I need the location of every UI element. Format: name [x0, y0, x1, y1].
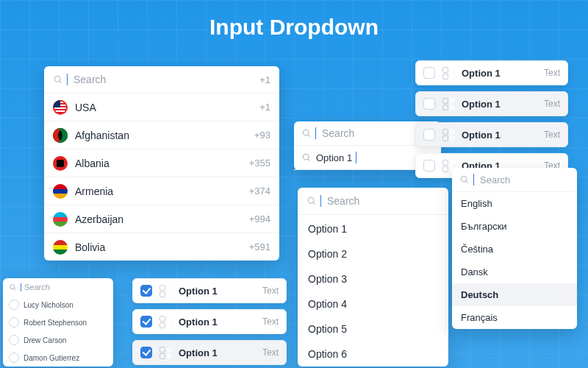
person-row[interactable]: Drew Carson [3, 331, 113, 349]
avatar-icon [9, 335, 19, 345]
svg-point-6 [308, 197, 314, 203]
text-caret [67, 74, 68, 85]
checkbox-icon[interactable] [423, 129, 435, 141]
svg-line-3 [308, 135, 310, 137]
option-label: Option 1 [179, 347, 218, 358]
text-caret [356, 152, 356, 163]
lang-item[interactable]: Български [452, 215, 577, 238]
country-name: USA [75, 102, 96, 113]
country-name: Albania [75, 158, 110, 169]
country-row[interactable]: Albania+355 [44, 149, 279, 177]
avatar-icon [9, 300, 19, 310]
grid-icon [442, 129, 454, 141]
person-row[interactable]: Damon Gutierrez [3, 349, 113, 367]
option-item[interactable]: Option 5 [298, 316, 448, 342]
search-icon [301, 152, 312, 163]
dial-code: +994 [249, 213, 270, 224]
grid-icon [159, 316, 171, 328]
checkbox-icon[interactable] [140, 316, 152, 328]
search-icon [459, 174, 470, 185]
trailing-text: Text [544, 68, 560, 78]
country-row[interactable]: Afghanistan+93 [44, 121, 279, 149]
lang-item[interactable]: Dansk [452, 261, 577, 283]
country-row[interactable]: Azerbaijan+994 [44, 205, 279, 233]
dial-code: +591 [249, 241, 270, 252]
country-row[interactable]: Armenia+374 [44, 177, 279, 205]
search-icon [306, 196, 317, 206]
dial-code: +374 [249, 185, 270, 197]
search-placeholder: Search [327, 195, 359, 207]
search-row[interactable]: Search [298, 188, 448, 214]
flag-icon [53, 156, 68, 171]
avatar-icon [9, 317, 19, 328]
flag-icon [53, 184, 68, 199]
grid-icon [159, 285, 171, 297]
svg-line-1 [60, 81, 62, 83]
lang-item[interactable]: Čeština [452, 238, 577, 261]
trailing-text: Text [262, 316, 279, 327]
text-caret [315, 127, 316, 139]
option-label: Option 1 [462, 68, 501, 79]
person-name: Drew Carson [24, 336, 66, 344]
search-placeholder: Search [24, 283, 50, 291]
option-label: Option 1 [179, 316, 218, 328]
search-row[interactable]: Search [3, 278, 113, 296]
lang-item[interactable]: Deutsch [452, 283, 577, 306]
person-name: Lucy Nicholson [24, 301, 74, 309]
checkbox-icon[interactable] [423, 98, 435, 110]
option-item[interactable]: Option 2 [298, 241, 448, 266]
checkbox-option[interactable]: Option 1Text [132, 340, 287, 365]
search-row[interactable]: Search +1 [44, 66, 279, 93]
avatar-icon [9, 353, 19, 363]
checkbox-option-stack: Option 1Text Option 1Text Option 1Text O… [415, 60, 568, 178]
country-name: Bolivia [75, 241, 105, 253]
country-name: Afghanistan [75, 130, 129, 141]
trailing-text: Text [262, 286, 279, 296]
checkbox-option[interactable]: Option 1Text [132, 278, 287, 303]
search-icon [53, 74, 63, 85]
dial-code-preview: +1 [259, 74, 270, 85]
svg-point-2 [303, 130, 309, 135]
option-label: Option 1 [462, 130, 501, 141]
flag-icon [53, 240, 68, 255]
checkbox-option[interactable]: Option 1Text [415, 60, 568, 85]
trailing-text: Text [544, 99, 560, 109]
search-placeholder: Search [322, 127, 354, 139]
svg-line-5 [308, 159, 310, 161]
country-dropdown: Search +1 USA+1 Afghanistan+93 Albania+3… [44, 66, 279, 261]
option-item[interactable]: Option 6 [298, 342, 448, 367]
person-row[interactable]: Lucy Nicholson [3, 296, 113, 314]
dial-code: +1 [259, 102, 270, 113]
country-row[interactable]: Bolivia+591 [44, 233, 279, 261]
checkbox-option[interactable]: Option 1Text [132, 309, 287, 334]
text-caret [473, 174, 474, 185]
country-row[interactable]: USA+1 [44, 93, 279, 121]
checkbox-icon[interactable] [423, 67, 435, 79]
checkbox-icon[interactable] [140, 347, 152, 358]
grid-icon [159, 347, 171, 358]
person-name: Damon Gutierrez [24, 354, 79, 362]
dial-code: +355 [249, 158, 270, 169]
option-label: Option 1 [462, 99, 501, 110]
svg-line-7 [313, 202, 315, 205]
option-label: Option 1 [179, 286, 218, 297]
checkbox-icon[interactable] [423, 160, 435, 171]
language-dropdown: Search English Български Čeština Dansk D… [452, 168, 577, 329]
flag-icon [53, 212, 68, 227]
page-title: Input Dropdown [0, 15, 588, 40]
flag-icon [53, 100, 68, 115]
option-item[interactable]: Option 1 [298, 216, 448, 241]
text-caret [21, 283, 21, 291]
checkbox-option[interactable]: Option 1Text [415, 122, 568, 147]
search-placeholder: Search [480, 174, 510, 185]
search-row[interactable]: Search [452, 168, 577, 191]
lang-item[interactable]: Français [452, 306, 577, 329]
lang-item[interactable]: English [452, 192, 577, 215]
option-item[interactable]: Option 4 [298, 291, 448, 316]
trailing-text: Text [262, 347, 279, 358]
option-item[interactable]: Option 3 [298, 266, 448, 291]
search-icon [301, 128, 312, 138]
checkbox-option[interactable]: Option 1Text [415, 91, 568, 116]
person-row[interactable]: Robert Stephenson [3, 314, 113, 331]
checkbox-icon[interactable] [140, 285, 152, 297]
